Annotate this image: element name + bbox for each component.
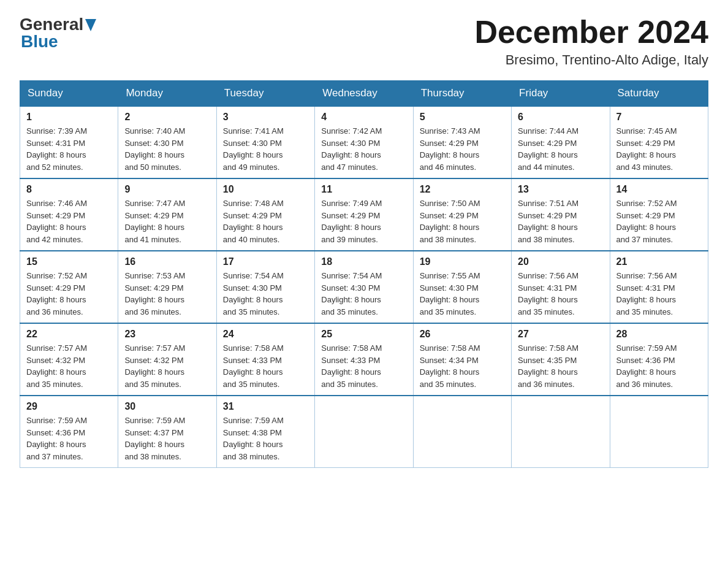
- day-number: 2: [124, 112, 210, 123]
- header: General Blue December 2024 Bresimo, Tren…: [20, 15, 708, 68]
- col-header-saturday: Saturday: [610, 81, 708, 107]
- calendar-week-row: 29Sunrise: 7:59 AMSunset: 4:36 PMDayligh…: [20, 396, 708, 468]
- col-header-thursday: Thursday: [413, 81, 511, 107]
- calendar-week-row: 8Sunrise: 7:46 AMSunset: 4:29 PMDaylight…: [20, 178, 708, 251]
- day-info: Sunrise: 7:58 AMSunset: 4:33 PMDaylight:…: [321, 342, 406, 390]
- calendar-cell: 5Sunrise: 7:43 AMSunset: 4:29 PMDaylight…: [413, 106, 511, 178]
- calendar-cell: 28Sunrise: 7:59 AMSunset: 4:36 PMDayligh…: [610, 323, 708, 396]
- day-info: Sunrise: 7:42 AMSunset: 4:30 PMDaylight:…: [321, 125, 406, 173]
- day-info: Sunrise: 7:51 AMSunset: 4:29 PMDaylight:…: [518, 197, 603, 245]
- day-number: 29: [26, 401, 112, 412]
- day-info: Sunrise: 7:52 AMSunset: 4:29 PMDaylight:…: [616, 197, 702, 245]
- calendar-table: SundayMondayTuesdayWednesdayThursdayFrid…: [20, 80, 708, 468]
- day-info: Sunrise: 7:57 AMSunset: 4:32 PMDaylight:…: [124, 342, 210, 390]
- day-info: Sunrise: 7:56 AMSunset: 4:31 PMDaylight:…: [518, 270, 603, 318]
- day-info: Sunrise: 7:57 AMSunset: 4:32 PMDaylight:…: [26, 342, 112, 390]
- month-title: December 2024: [474, 15, 708, 50]
- calendar-cell: 20Sunrise: 7:56 AMSunset: 4:31 PMDayligh…: [512, 251, 610, 323]
- calendar-cell: 10Sunrise: 7:48 AMSunset: 4:29 PMDayligh…: [216, 178, 314, 251]
- day-info: Sunrise: 7:49 AMSunset: 4:29 PMDaylight:…: [321, 197, 406, 245]
- calendar-cell: 11Sunrise: 7:49 AMSunset: 4:29 PMDayligh…: [315, 178, 413, 251]
- day-number: 21: [616, 256, 702, 267]
- calendar-cell: 17Sunrise: 7:54 AMSunset: 4:30 PMDayligh…: [216, 251, 314, 323]
- calendar-cell: 21Sunrise: 7:56 AMSunset: 4:31 PMDayligh…: [610, 251, 708, 323]
- calendar-cell: 9Sunrise: 7:47 AMSunset: 4:29 PMDaylight…: [118, 178, 216, 251]
- calendar-cell: 8Sunrise: 7:46 AMSunset: 4:29 PMDaylight…: [20, 178, 118, 251]
- calendar-cell: 27Sunrise: 7:58 AMSunset: 4:35 PMDayligh…: [512, 323, 610, 396]
- day-number: 9: [124, 184, 210, 195]
- day-info: Sunrise: 7:59 AMSunset: 4:36 PMDaylight:…: [26, 415, 112, 462]
- day-number: 16: [124, 256, 210, 267]
- col-header-wednesday: Wednesday: [315, 81, 413, 107]
- day-number: 3: [223, 112, 308, 123]
- calendar-cell: 4Sunrise: 7:42 AMSunset: 4:30 PMDaylight…: [315, 106, 413, 178]
- day-number: 7: [616, 112, 702, 123]
- day-number: 11: [321, 184, 406, 195]
- col-header-tuesday: Tuesday: [216, 81, 314, 107]
- day-number: 26: [420, 329, 505, 340]
- day-number: 18: [321, 256, 406, 267]
- calendar-week-row: 1Sunrise: 7:39 AMSunset: 4:31 PMDaylight…: [20, 106, 708, 178]
- calendar-cell: [315, 396, 413, 468]
- day-info: Sunrise: 7:55 AMSunset: 4:30 PMDaylight:…: [420, 270, 505, 318]
- calendar-cell: 15Sunrise: 7:52 AMSunset: 4:29 PMDayligh…: [20, 251, 118, 323]
- svg-marker-0: [85, 19, 96, 31]
- calendar-cell: 16Sunrise: 7:53 AMSunset: 4:29 PMDayligh…: [118, 251, 216, 323]
- day-number: 1: [26, 112, 112, 123]
- calendar-cell: 29Sunrise: 7:59 AMSunset: 4:36 PMDayligh…: [20, 396, 118, 468]
- day-info: Sunrise: 7:54 AMSunset: 4:30 PMDaylight:…: [223, 270, 308, 318]
- calendar-cell: 2Sunrise: 7:40 AMSunset: 4:30 PMDaylight…: [118, 106, 216, 178]
- day-info: Sunrise: 7:44 AMSunset: 4:29 PMDaylight:…: [518, 125, 603, 173]
- day-info: Sunrise: 7:59 AMSunset: 4:36 PMDaylight:…: [616, 342, 702, 390]
- day-info: Sunrise: 7:59 AMSunset: 4:37 PMDaylight:…: [124, 415, 210, 462]
- day-info: Sunrise: 7:50 AMSunset: 4:29 PMDaylight:…: [420, 197, 505, 245]
- calendar-cell: 18Sunrise: 7:54 AMSunset: 4:30 PMDayligh…: [315, 251, 413, 323]
- col-header-sunday: Sunday: [20, 81, 118, 107]
- day-number: 5: [420, 112, 505, 123]
- logo-blue: Blue: [20, 32, 96, 52]
- day-info: Sunrise: 7:53 AMSunset: 4:29 PMDaylight:…: [124, 270, 210, 318]
- day-number: 28: [616, 329, 702, 340]
- day-number: 4: [321, 112, 406, 123]
- calendar-cell: 7Sunrise: 7:45 AMSunset: 4:29 PMDaylight…: [610, 106, 708, 178]
- calendar-cell: 31Sunrise: 7:59 AMSunset: 4:38 PMDayligh…: [216, 396, 314, 468]
- day-info: Sunrise: 7:59 AMSunset: 4:38 PMDaylight:…: [223, 415, 308, 462]
- calendar-cell: 1Sunrise: 7:39 AMSunset: 4:31 PMDaylight…: [20, 106, 118, 178]
- day-info: Sunrise: 7:45 AMSunset: 4:29 PMDaylight:…: [616, 125, 702, 173]
- day-info: Sunrise: 7:47 AMSunset: 4:29 PMDaylight:…: [124, 197, 210, 245]
- calendar-week-row: 22Sunrise: 7:57 AMSunset: 4:32 PMDayligh…: [20, 323, 708, 396]
- day-info: Sunrise: 7:39 AMSunset: 4:31 PMDaylight:…: [26, 125, 112, 173]
- day-number: 14: [616, 184, 702, 195]
- calendar-cell: 12Sunrise: 7:50 AMSunset: 4:29 PMDayligh…: [413, 178, 511, 251]
- day-info: Sunrise: 7:48 AMSunset: 4:29 PMDaylight:…: [223, 197, 308, 245]
- day-info: Sunrise: 7:46 AMSunset: 4:29 PMDaylight:…: [26, 197, 112, 245]
- day-number: 15: [26, 256, 112, 267]
- day-number: 8: [26, 184, 112, 195]
- calendar-cell: 23Sunrise: 7:57 AMSunset: 4:32 PMDayligh…: [118, 323, 216, 396]
- calendar-cell: [512, 396, 610, 468]
- calendar-cell: 13Sunrise: 7:51 AMSunset: 4:29 PMDayligh…: [512, 178, 610, 251]
- day-number: 20: [518, 256, 603, 267]
- calendar-cell: 30Sunrise: 7:59 AMSunset: 4:37 PMDayligh…: [118, 396, 216, 468]
- col-header-monday: Monday: [118, 81, 216, 107]
- day-info: Sunrise: 7:43 AMSunset: 4:29 PMDaylight:…: [420, 125, 505, 173]
- calendar-cell: 19Sunrise: 7:55 AMSunset: 4:30 PMDayligh…: [413, 251, 511, 323]
- day-number: 30: [124, 401, 210, 412]
- day-info: Sunrise: 7:58 AMSunset: 4:33 PMDaylight:…: [223, 342, 308, 390]
- day-number: 12: [420, 184, 505, 195]
- location-subtitle: Bresimo, Trentino-Alto Adige, Italy: [474, 52, 708, 68]
- col-header-friday: Friday: [512, 81, 610, 107]
- day-number: 24: [223, 329, 308, 340]
- day-number: 23: [124, 329, 210, 340]
- day-info: Sunrise: 7:54 AMSunset: 4:30 PMDaylight:…: [321, 270, 406, 318]
- calendar-cell: [610, 396, 708, 468]
- day-info: Sunrise: 7:41 AMSunset: 4:30 PMDaylight:…: [223, 125, 308, 173]
- day-info: Sunrise: 7:56 AMSunset: 4:31 PMDaylight:…: [616, 270, 702, 318]
- day-number: 13: [518, 184, 603, 195]
- logo: General Blue: [20, 15, 96, 52]
- day-info: Sunrise: 7:52 AMSunset: 4:29 PMDaylight:…: [26, 270, 112, 318]
- day-info: Sunrise: 7:58 AMSunset: 4:34 PMDaylight:…: [420, 342, 505, 390]
- day-info: Sunrise: 7:58 AMSunset: 4:35 PMDaylight:…: [518, 342, 603, 390]
- calendar-cell: 26Sunrise: 7:58 AMSunset: 4:34 PMDayligh…: [413, 323, 511, 396]
- calendar-week-row: 15Sunrise: 7:52 AMSunset: 4:29 PMDayligh…: [20, 251, 708, 323]
